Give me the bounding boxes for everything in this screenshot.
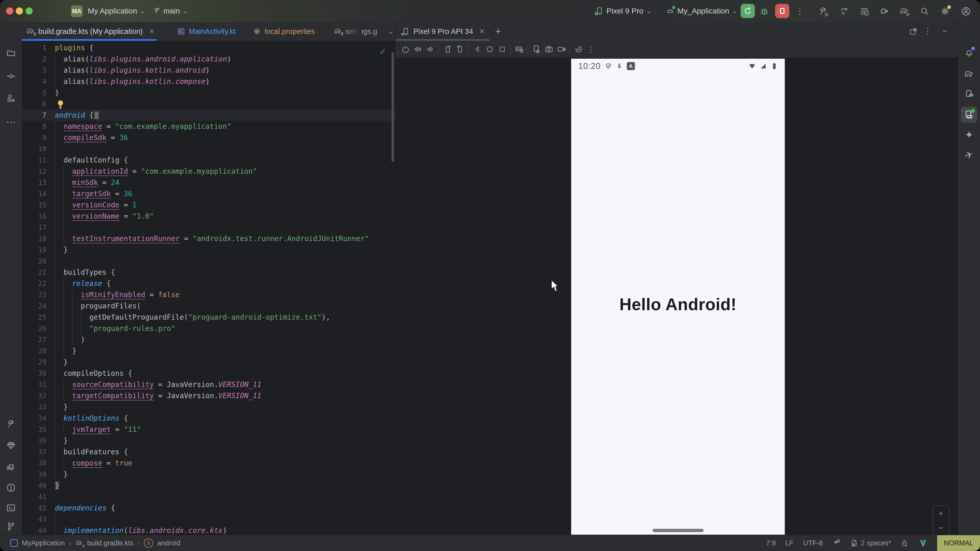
vim-mode-badge[interactable]: NORMAL — [937, 535, 980, 551]
breadcrumb-file[interactable]: build.gradle.kts — [87, 539, 134, 547]
window-close-button[interactable] — [6, 7, 13, 14]
device-screen[interactable]: 10:20 A Hello Android! — [571, 59, 785, 535]
project-tool-button[interactable] — [3, 45, 19, 61]
gesture-navigation-handle[interactable] — [652, 529, 703, 532]
hide-panel-button[interactable]: − — [942, 26, 947, 36]
ideavim-icon[interactable] — [919, 539, 928, 548]
notifications-button[interactable] — [961, 44, 977, 61]
attach-debugger-button[interactable] — [880, 6, 889, 16]
project-selector[interactable]: My Application ⌄ — [88, 0, 145, 22]
run-more-menu[interactable]: ⋮ — [796, 0, 804, 22]
screen-record-button[interactable] — [555, 43, 568, 56]
code-line[interactable]: 44 implementation(libs.androidx.core.ktx… — [22, 525, 395, 535]
code-line[interactable]: 14 targetSdk = 36 — [22, 188, 395, 200]
code-line[interactable]: 32 targetCompatibility = JavaVersion.VER… — [22, 390, 395, 402]
code-line[interactable]: 6 — [22, 98, 395, 110]
code-line[interactable]: 31 sourceCompatibility = JavaVersion.VER… — [22, 379, 395, 390]
code-line[interactable]: 11 defaultConfig { — [22, 155, 395, 166]
open-in-window-button[interactable] — [909, 27, 918, 36]
code-line[interactable]: 8 namespace = "com.example.myapplication… — [22, 121, 395, 132]
file-lock-toggle[interactable] — [901, 539, 909, 547]
profiler-tool-button[interactable] — [3, 459, 19, 476]
code-line[interactable]: 35 jvmTarget = "11" — [22, 424, 395, 435]
code-line[interactable]: 36 } — [22, 435, 395, 446]
device-tab[interactable]: Pixel 9 Pro API 34 ✕ — [396, 22, 490, 41]
close-icon[interactable]: ✕ — [479, 27, 485, 35]
caret-position[interactable]: 7:9 — [766, 539, 776, 547]
rotate-left-button[interactable] — [441, 43, 454, 56]
new-device-tab-button[interactable]: + — [495, 22, 501, 41]
code-line[interactable]: 40} — [22, 480, 395, 491]
apply-code-changes-button[interactable] — [859, 6, 869, 16]
code-line[interactable]: 33 } — [22, 402, 395, 413]
window-zoom-button[interactable] — [25, 7, 33, 14]
code-line[interactable]: 15 versionCode = 1 — [22, 200, 395, 211]
more-tool-windows-button[interactable]: ⋯ — [3, 114, 19, 130]
editor-scrollbar[interactable] — [391, 52, 394, 162]
search-everywhere-button[interactable] — [920, 6, 929, 16]
code-line[interactable]: 17 — [22, 222, 395, 233]
app-quality-insights-button[interactable]: ✈ — [961, 147, 977, 163]
code-line[interactable]: 34 kotlinOptions { — [22, 413, 395, 424]
resource-manager-tool-button[interactable] — [3, 90, 19, 106]
apply-changes-button[interactable]: A — [839, 6, 849, 16]
running-devices-tool-button[interactable] — [961, 106, 977, 123]
version-control-tool-button[interactable] — [3, 518, 19, 535]
rotate-right-button[interactable] — [454, 43, 466, 56]
back-button[interactable] — [471, 43, 484, 56]
code-line[interactable]: 38 compose = true — [22, 457, 395, 469]
code-line[interactable]: 22 release { — [22, 278, 395, 289]
tab-mainactivity[interactable]: MainActivity.kt — [177, 22, 235, 41]
code-line[interactable]: 28 } — [22, 345, 395, 357]
code-line[interactable]: 29 } — [22, 357, 395, 368]
inspections-check-icon[interactable]: ✓ — [379, 46, 387, 57]
rerun-button[interactable] — [741, 4, 755, 18]
code-line[interactable]: 30 compileOptions { — [22, 368, 395, 379]
code-line[interactable]: 25 getDefaultProguardFile("proguard-andr… — [22, 312, 395, 323]
code-editor[interactable]: 1plugins {2 alias(libs.plugins.android.a… — [22, 41, 395, 535]
close-icon[interactable]: ✕ — [149, 27, 154, 35]
screenshot-button[interactable] — [542, 43, 555, 56]
home-button[interactable] — [484, 43, 496, 56]
file-encoding[interactable]: UTF-8 — [803, 539, 823, 547]
code-line[interactable]: 13 minSdk = 24 — [22, 177, 395, 188]
zoom-out-button[interactable]: − — [939, 524, 943, 532]
debug-button[interactable] — [759, 6, 769, 16]
code-line[interactable]: 24 proguardFiles( — [22, 300, 395, 312]
code-line[interactable]: 43 — [22, 514, 395, 525]
window-minimize-button[interactable] — [16, 7, 23, 14]
hardware-input-button[interactable] — [513, 43, 525, 56]
line-ending[interactable]: LF — [785, 539, 794, 547]
code-line[interactable]: 1plugins { — [22, 42, 395, 54]
breadcrumb-block[interactable]: android — [157, 539, 180, 547]
gemini-tool-button[interactable]: ✦ — [961, 127, 977, 143]
build-tool-button[interactable] — [3, 416, 19, 432]
code-line[interactable]: 41 — [22, 491, 395, 503]
build-button[interactable] — [818, 6, 828, 16]
gradle-sync-button[interactable] — [899, 6, 909, 16]
commit-tool-button[interactable] — [3, 68, 19, 84]
run-configuration-selector[interactable]: My_Application ⌄ — [666, 0, 737, 22]
breadcrumb-module[interactable]: MyApplication — [22, 539, 65, 547]
power-button[interactable] — [399, 43, 412, 56]
app-inspection-tool-button[interactable] — [3, 437, 19, 454]
code-line[interactable]: 20 — [22, 256, 395, 267]
code-line[interactable]: 27 ) — [22, 334, 395, 345]
code-line[interactable]: 5} — [22, 87, 395, 98]
code-line[interactable]: 12 applicationId = "com.example.myapplic… — [22, 166, 395, 177]
intention-bulb-icon[interactable] — [56, 100, 65, 109]
code-line[interactable]: 39 } — [22, 469, 395, 480]
code-line[interactable]: 18 testInstrumentationRunner = "androidx… — [22, 233, 395, 245]
code-line[interactable]: 10 — [22, 143, 395, 155]
snapshots-button[interactable] — [572, 43, 585, 56]
code-line[interactable]: 23 isMinifyEnabled = false — [22, 289, 395, 300]
code-line[interactable]: 2 alias(libs.plugins.android.application… — [22, 54, 395, 65]
hidden-tabs-dropdown[interactable]: ⌄ — [361, 22, 393, 41]
device-selector[interactable]: Pixel 9 Pro ⌄ — [595, 0, 652, 22]
gradle-tool-button[interactable] — [961, 66, 977, 83]
ai-assistant-disabled-icon[interactable] — [832, 539, 840, 547]
device-settings-button[interactable] — [530, 43, 542, 56]
panel-options-menu[interactable]: ⋮ — [924, 26, 932, 36]
code-line[interactable]: 4 alias(libs.plugins.kotlin.compose) — [22, 76, 395, 87]
zoom-in-button[interactable]: + — [939, 509, 943, 518]
